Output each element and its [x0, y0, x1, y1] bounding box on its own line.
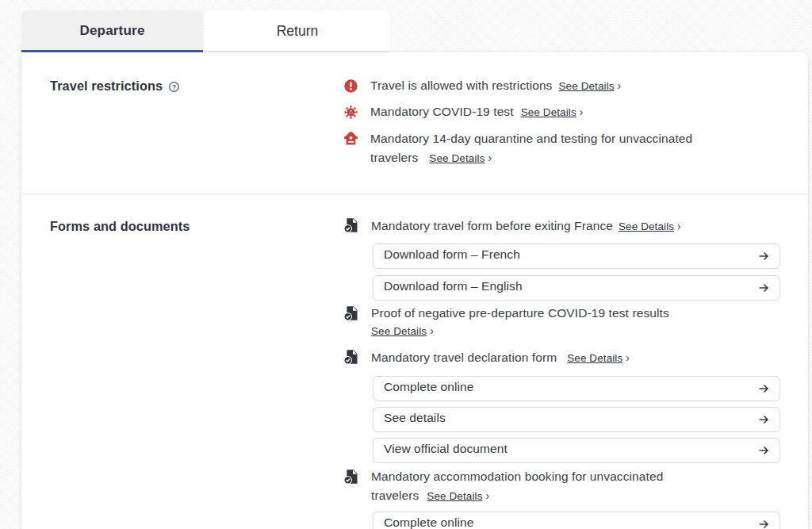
svg-text:?: ?: [172, 82, 176, 90]
